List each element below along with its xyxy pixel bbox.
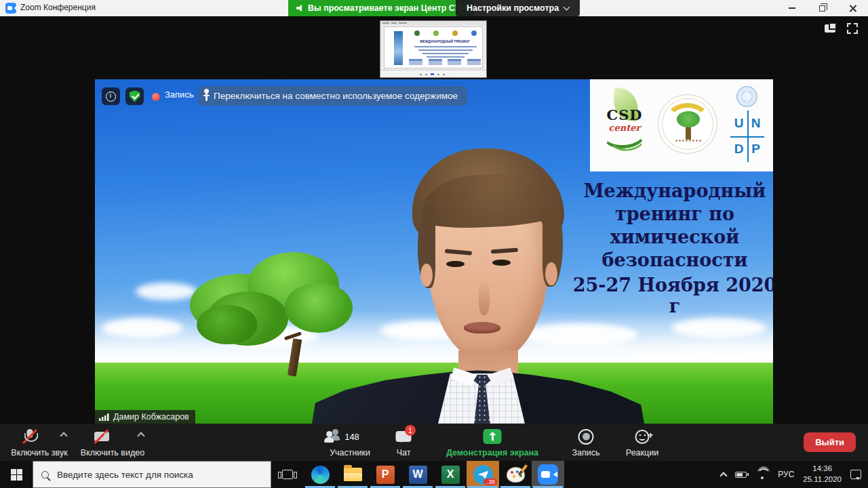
minimize-button[interactable]	[776, 0, 807, 16]
taskbar-app-word[interactable]: W	[401, 461, 434, 488]
taskbar-app-explorer[interactable]	[336, 461, 369, 488]
close-icon	[849, 5, 856, 12]
organization-logo	[658, 94, 717, 154]
camera-options-caret[interactable]	[137, 432, 144, 439]
taskbar-app-paint[interactable]	[499, 461, 532, 488]
csd-logo: CSD center	[599, 89, 650, 161]
reactions-label: Реакции	[626, 448, 658, 458]
tree-trunk	[288, 338, 302, 376]
chat-badge: 1	[405, 425, 416, 436]
shield-check-icon	[130, 91, 140, 102]
reactions-icon	[635, 430, 650, 444]
participants-count: 148	[344, 432, 359, 442]
view-settings-dropdown[interactable]: Настройки просмотра	[456, 0, 580, 16]
file-explorer-icon	[344, 468, 362, 481]
share-screen-button[interactable]: Демонстрация экрана	[426, 424, 559, 461]
pin-icon	[205, 93, 208, 101]
security-button[interactable]	[125, 87, 144, 105]
close-button[interactable]	[837, 0, 868, 16]
taskbar-app-edge[interactable]	[304, 461, 336, 488]
unmute-button[interactable]: Включить звук	[4, 424, 75, 461]
thumbnail-menu-strip	[380, 21, 486, 25]
start-video-button[interactable]: Включить видео	[75, 424, 151, 461]
restore-button[interactable]	[807, 0, 837, 16]
undp-letter: N	[747, 110, 764, 136]
person-nose	[479, 280, 490, 315]
taskbar-clock[interactable]: 14:36 25.11.2020	[803, 464, 842, 485]
windows-taskbar: P W X ..36 РУС 14:36 25.11.2020	[0, 461, 868, 488]
chat-button[interactable]: 1 Чат	[381, 424, 426, 461]
title-bar: Zoom Конференция Вы просматриваете экран…	[0, 0, 868, 16]
record-button[interactable]: Запись	[559, 424, 613, 461]
start-video-label: Включить видео	[81, 448, 144, 458]
meeting-toolbar: Включить звук Включить видео 148 Участни…	[0, 424, 868, 461]
window-title: Zoom Конференция	[20, 3, 96, 12]
battery-icon[interactable]	[735, 472, 747, 478]
windows-logo-icon	[11, 469, 22, 481]
person-ear	[420, 264, 433, 287]
event-title-line: Международный	[573, 180, 773, 203]
telegram-badge: ..36	[484, 479, 497, 486]
edge-icon	[311, 466, 330, 484]
task-view-button[interactable]	[271, 461, 304, 488]
system-tray: РУС 14:36 25.11.2020	[721, 461, 868, 488]
task-view-icon	[282, 470, 293, 479]
chat-label: Чат	[397, 448, 411, 458]
mic-options-caret[interactable]	[60, 432, 67, 439]
signal-strength-icon	[99, 413, 109, 421]
zoom-logo-icon	[5, 3, 16, 14]
meeting-info-button[interactable]	[102, 87, 120, 105]
speaker-video-tile: CSD center U N D P Международный	[95, 79, 773, 424]
tray-chevron-icon[interactable]	[720, 472, 728, 479]
plus-icon	[648, 433, 653, 438]
pin-message-label: Переключиться на совместно используемое …	[214, 91, 458, 101]
person-eye	[492, 260, 511, 266]
action-center-icon[interactable]	[850, 470, 861, 479]
powerpoint-icon: P	[376, 466, 395, 484]
record-label: Запись	[572, 448, 599, 458]
reactions-button[interactable]: Реакции	[613, 424, 671, 461]
share-screen-icon	[484, 429, 502, 444]
share-screen-label: Демонстрация экрана	[446, 448, 538, 458]
wifi-icon[interactable]	[755, 470, 769, 479]
event-title: Международный тренинг по химической безо…	[573, 180, 773, 272]
shared-screen-thumbnail[interactable]: МЕЖДУНАРОДНЫЙ ТРЕНИНГ	[380, 20, 487, 78]
taskbar-app-telegram[interactable]: ..36	[467, 461, 499, 488]
start-button[interactable]	[0, 461, 33, 488]
record-icon	[578, 429, 594, 445]
clock-date: 25.11.2020	[803, 474, 842, 485]
viewing-screen-banner: Вы просматриваете экран Центр СУР	[288, 0, 474, 16]
undp-letter: U	[730, 110, 747, 136]
leave-button[interactable]: Выйти	[804, 432, 856, 452]
recording-dot-icon	[152, 93, 160, 101]
restore-icon	[819, 5, 825, 12]
excel-icon: X	[441, 466, 460, 484]
minimize-icon	[789, 7, 795, 9]
switch-to-shared-content-button[interactable]: Переключиться на совместно используемое …	[198, 86, 467, 106]
thumbnail-page-controls	[420, 73, 447, 75]
mic-muted-icon	[26, 429, 35, 444]
recording-label: Запись	[165, 89, 194, 100]
event-logo-banner: CSD center U N D P	[590, 79, 773, 171]
language-indicator[interactable]: РУС	[778, 470, 794, 479]
taskbar-search[interactable]	[33, 461, 271, 488]
chevron-down-icon	[564, 4, 570, 11]
gallery-view-button[interactable]	[825, 24, 835, 33]
person-eye	[446, 261, 465, 267]
search-icon	[41, 471, 49, 479]
taskbar-app-zoom[interactable]	[532, 461, 564, 488]
undp-letter-grid: U N D P	[730, 110, 764, 162]
word-icon: W	[409, 466, 427, 484]
participants-button[interactable]: 148 Участники	[319, 424, 381, 461]
thumbnail-status-bar	[380, 70, 486, 77]
fullscreen-button[interactable]	[847, 23, 858, 34]
search-input[interactable]	[57, 470, 254, 480]
person-mouth	[464, 322, 500, 333]
participants-icon	[324, 431, 334, 443]
slide-logos-row	[414, 30, 477, 36]
taskbar-app-excel[interactable]: X	[434, 461, 467, 488]
red-slash	[22, 429, 37, 444]
slide-left-graphic	[394, 31, 403, 65]
slide-heading: МЕЖДУНАРОДНЫЙ ТРЕНИНГ	[408, 39, 482, 43]
taskbar-app-powerpoint[interactable]: P	[369, 461, 401, 488]
